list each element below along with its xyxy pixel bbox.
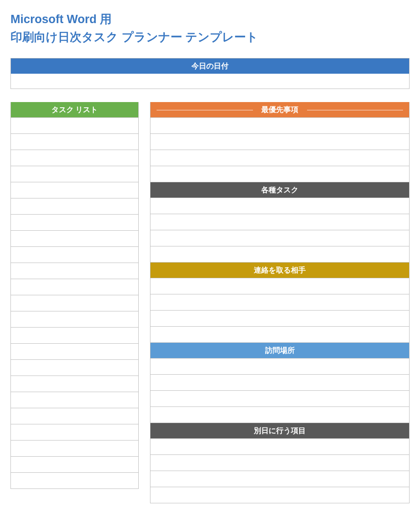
right-column: 最優先事項 各種タスク 連絡を取る相手 訪問場所 別日に行う項目	[150, 102, 410, 503]
input-row[interactable]	[11, 246, 138, 263]
task-list-header: タスク リスト	[11, 102, 138, 117]
contacts-header: 連絡を取る相手	[150, 263, 409, 278]
input-row[interactable]	[150, 294, 409, 310]
columns-layout: タスク リスト 最優先事項 各種タスク 連絡を取る相手 訪問場所 別日に行う項目	[10, 102, 410, 503]
input-row[interactable]	[11, 230, 138, 246]
input-row[interactable]	[11, 343, 138, 359]
input-row[interactable]	[150, 390, 409, 406]
input-row[interactable]	[11, 327, 138, 343]
input-row[interactable]	[11, 424, 138, 440]
input-row[interactable]	[11, 376, 138, 392]
input-row[interactable]	[11, 359, 138, 376]
input-row[interactable]	[11, 263, 138, 279]
input-row[interactable]	[150, 230, 409, 246]
input-row[interactable]	[150, 358, 409, 374]
top-priority-header: 最優先事項	[150, 102, 409, 117]
input-row[interactable]	[150, 246, 409, 262]
input-row[interactable]	[150, 133, 409, 150]
input-row[interactable]	[11, 198, 138, 214]
input-row[interactable]	[11, 440, 138, 456]
input-row[interactable]	[150, 487, 409, 503]
input-row[interactable]	[150, 150, 409, 166]
input-row[interactable]	[150, 198, 409, 214]
input-row[interactable]	[150, 278, 409, 294]
input-row[interactable]	[150, 454, 409, 471]
places-header: 訪問場所	[150, 343, 409, 358]
input-row[interactable]	[11, 133, 138, 150]
input-row[interactable]	[150, 214, 409, 230]
top-priority-rows	[150, 117, 409, 182]
input-row[interactable]	[150, 166, 409, 182]
input-row[interactable]	[11, 166, 138, 182]
left-column: タスク リスト	[10, 102, 139, 489]
input-row[interactable]	[150, 310, 409, 326]
date-input-row[interactable]	[11, 74, 409, 89]
input-row[interactable]	[11, 456, 138, 472]
various-tasks-block: 各種タスク	[150, 182, 410, 263]
input-row[interactable]	[11, 117, 138, 133]
contacts-rows	[150, 278, 409, 342]
document-title: Microsoft Word 用 印刷向け日次タスク プランナー テンプレート	[10, 10, 410, 46]
input-row[interactable]	[11, 295, 138, 311]
various-tasks-rows	[150, 198, 409, 262]
input-row[interactable]	[150, 374, 409, 390]
input-row[interactable]	[11, 472, 138, 488]
input-row[interactable]	[11, 150, 138, 166]
input-row[interactable]	[150, 117, 409, 133]
title-line-1: Microsoft Word 用	[10, 10, 410, 28]
input-row[interactable]	[11, 392, 138, 408]
input-row[interactable]	[11, 182, 138, 198]
date-section: 今日の日付	[10, 58, 410, 89]
date-header: 今日の日付	[11, 58, 409, 74]
another-day-rows	[150, 438, 409, 503]
various-tasks-header: 各種タスク	[150, 182, 409, 198]
task-list-rows	[11, 117, 138, 488]
places-block: 訪問場所	[150, 343, 410, 423]
input-row[interactable]	[150, 438, 409, 454]
top-priority-block: 最優先事項	[150, 102, 410, 182]
input-row[interactable]	[11, 311, 138, 327]
input-row[interactable]	[150, 471, 409, 487]
places-rows	[150, 358, 409, 423]
input-row[interactable]	[150, 406, 409, 423]
input-row[interactable]	[150, 326, 409, 342]
input-row[interactable]	[11, 408, 138, 424]
task-list-block: タスク リスト	[10, 102, 139, 489]
title-line-2: 印刷向け日次タスク プランナー テンプレート	[10, 28, 410, 46]
another-day-block: 別日に行う項目	[150, 423, 410, 503]
another-day-header: 別日に行う項目	[150, 423, 409, 438]
input-row[interactable]	[11, 279, 138, 295]
input-row[interactable]	[11, 214, 138, 230]
contacts-block: 連絡を取る相手	[150, 263, 410, 343]
